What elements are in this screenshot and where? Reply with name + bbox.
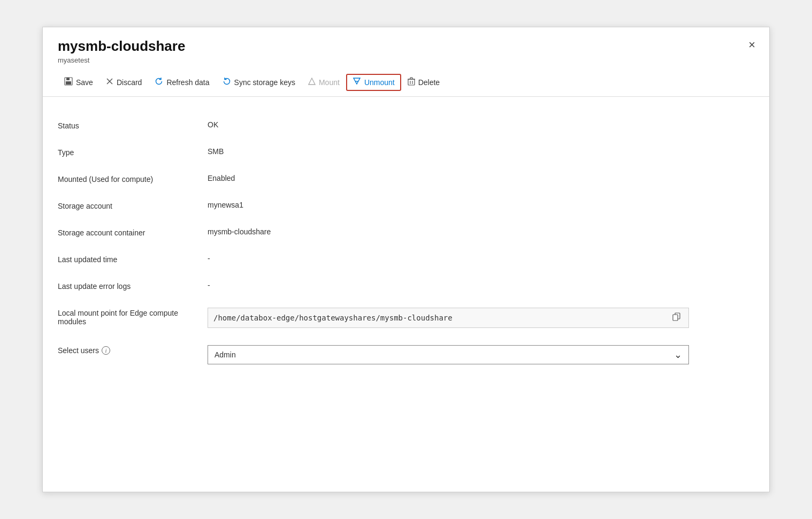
- delete-label: Delete: [418, 78, 440, 87]
- type-value: SMB: [208, 147, 754, 156]
- select-users-selected: Admin: [215, 350, 236, 359]
- delete-icon: [408, 77, 415, 88]
- panel-subtitle: myasetest: [58, 56, 754, 64]
- storage-container-value: mysmb-cloudshare: [208, 227, 754, 236]
- unmount-label: Unmount: [364, 78, 395, 87]
- refresh-icon: [155, 77, 163, 88]
- info-icon[interactable]: i: [102, 346, 110, 355]
- unmount-icon: [353, 77, 361, 88]
- error-logs-value: -: [208, 281, 754, 289]
- status-value: OK: [208, 120, 754, 129]
- svg-rect-2: [66, 81, 71, 85]
- last-updated-value: -: [208, 254, 754, 263]
- mount-path-box: /home/databox-edge/hostgatewayshares/mys…: [208, 308, 689, 328]
- discard-icon: [106, 78, 113, 87]
- panel-header: mysmb-cloudshare myasetest: [43, 27, 769, 64]
- storage-account-label: Storage account: [58, 201, 208, 210]
- discard-label: Discard: [117, 78, 142, 87]
- unmount-button[interactable]: Unmount: [346, 74, 401, 91]
- close-button[interactable]: ×: [745, 37, 759, 53]
- discard-button[interactable]: Discard: [99, 74, 148, 90]
- select-users-row: Select users i Admin ⌄: [58, 337, 754, 373]
- storage-container-row: Storage account container mysmb-cloudsha…: [58, 219, 754, 246]
- mount-path-text: /home/databox-edge/hostgatewayshares/mys…: [213, 314, 670, 322]
- svg-rect-8: [408, 79, 415, 85]
- mounted-label: Mounted (Used for compute): [58, 174, 208, 184]
- refresh-button[interactable]: Refresh data: [148, 74, 216, 91]
- status-label: Status: [58, 120, 208, 130]
- storage-account-value: mynewsa1: [208, 201, 754, 209]
- mount-point-row: Local mount point for Edge compute modul…: [58, 299, 754, 337]
- type-row: Type SMB: [58, 139, 754, 165]
- last-updated-label: Last updated time: [58, 254, 208, 264]
- type-label: Type: [58, 147, 208, 157]
- save-label: Save: [76, 78, 93, 87]
- storage-container-label: Storage account container: [58, 227, 208, 237]
- save-icon: [64, 77, 73, 88]
- chevron-down-icon: ⌄: [674, 349, 682, 361]
- svg-rect-16: [673, 315, 678, 320]
- sync-button[interactable]: Sync storage keys: [216, 74, 302, 91]
- sync-icon: [223, 77, 231, 88]
- mount-label: Mount: [319, 78, 340, 87]
- mount-button[interactable]: Mount: [302, 74, 346, 90]
- sync-label: Sync storage keys: [234, 78, 295, 87]
- panel: × mysmb-cloudshare myasetest Save: [42, 27, 770, 492]
- mounted-row: Mounted (Used for compute) Enabled: [58, 165, 754, 192]
- panel-title: mysmb-cloudshare: [58, 38, 754, 55]
- select-users-dropdown[interactable]: Admin ⌄: [208, 345, 689, 364]
- mount-point-label: Local mount point for Edge compute modul…: [58, 308, 208, 326]
- delete-button[interactable]: Delete: [401, 74, 446, 91]
- mount-icon: [308, 78, 316, 87]
- svg-marker-5: [309, 78, 315, 85]
- error-logs-row: Last update error logs -: [58, 272, 754, 299]
- status-row: Status OK: [58, 112, 754, 139]
- error-logs-label: Last update error logs: [58, 281, 208, 291]
- svg-rect-1: [66, 78, 70, 80]
- save-button[interactable]: Save: [58, 74, 99, 91]
- storage-account-row: Storage account mynewsa1: [58, 192, 754, 219]
- last-updated-row: Last updated time -: [58, 246, 754, 272]
- mounted-value: Enabled: [208, 174, 754, 182]
- select-users-label: Select users i: [58, 345, 208, 355]
- copy-button[interactable]: [670, 311, 683, 324]
- toolbar: Save Discard Refresh data: [43, 68, 769, 97]
- select-users-value-container: Admin ⌄: [208, 345, 754, 364]
- content-area: Status OK Type SMB Mounted (Used for com…: [43, 97, 769, 388]
- refresh-label: Refresh data: [166, 78, 209, 87]
- mount-point-value-container: /home/databox-edge/hostgatewayshares/mys…: [208, 308, 754, 328]
